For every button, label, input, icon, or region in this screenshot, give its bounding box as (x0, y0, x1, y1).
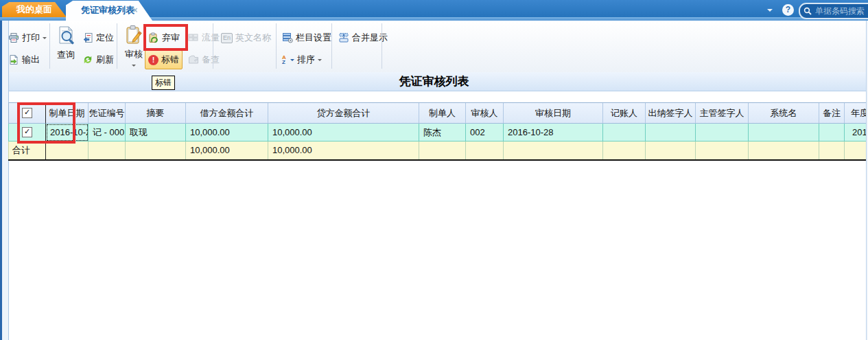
cell-bookkeeper[interactable] (603, 124, 646, 141)
sort-button[interactable]: AZ 排序 (279, 51, 325, 69)
sort-icon: AZ (282, 55, 289, 65)
print-label: 打印 (22, 32, 40, 44)
close-icon[interactable]: × (131, 6, 139, 14)
header-cell-remark: 备注 (819, 103, 845, 124)
voucher-table: 制单日期 凭证编号 摘要 借方金额合计 贷方金额合计 制单人 审核人 审核日期 … (8, 102, 868, 161)
select-all-checkbox[interactable] (22, 108, 32, 118)
total-empty-cell (819, 141, 845, 159)
error-icon: ! (148, 55, 159, 65)
merge-display-label: 合并显示 (352, 32, 388, 44)
flow-button: 流量 (185, 29, 222, 47)
locate-icon (82, 32, 93, 43)
header-cell-audit-date: 审核日期 (504, 103, 603, 124)
header-cell-auditor: 审核人 (466, 103, 504, 124)
header-cell-credit-total: 贷方金额合计 (268, 103, 419, 124)
unaudit-icon (148, 32, 159, 43)
en-icon: En (221, 33, 233, 43)
column-settings-button[interactable]: 栏目设置 (279, 29, 334, 47)
export-label: 输出 (22, 54, 40, 66)
mark-error-label: 标错 (161, 54, 179, 66)
cell-remark[interactable] (819, 124, 845, 141)
merge-display-icon (338, 32, 349, 43)
total-empty-cell (126, 141, 186, 159)
cell-system-name[interactable] (749, 124, 819, 141)
unaudit-label: 弃审 (162, 32, 180, 44)
header-cell-system-name: 系统名 (749, 103, 819, 124)
toolbar-separator (331, 23, 332, 69)
reference-button: 备查 (185, 51, 222, 69)
cell-year[interactable]: 2016 (845, 124, 868, 141)
top-tab-bar: 我的桌面 凭证审核列表 × ? (0, 0, 868, 21)
toolbar-separator (49, 23, 50, 69)
total-empty-cell (89, 141, 126, 159)
tab-voucher-audit-list[interactable]: 凭证审核列表 × (66, 1, 152, 21)
total-empty-cell (46, 141, 89, 159)
flow-icon (188, 32, 199, 43)
print-dropdown-caret[interactable] (43, 37, 47, 41)
header-select-all-cell (9, 103, 46, 124)
refresh-button[interactable]: 刷新 (80, 51, 117, 69)
sort-dropdown-caret[interactable] (318, 59, 322, 63)
export-button[interactable]: 输出 (5, 51, 43, 69)
row-select-cell (9, 124, 46, 141)
english-name-button: En 英文名称 (218, 29, 274, 47)
total-empty-cell (845, 141, 868, 159)
cell-creator[interactable]: 陈杰 (419, 124, 466, 141)
flow-label: 流量 (202, 32, 220, 44)
cell-manager-sign[interactable] (696, 124, 749, 141)
audit-label: 审核 (120, 48, 148, 60)
toolbar-separator (117, 23, 117, 69)
barcode-search-box[interactable] (799, 3, 868, 19)
cell-audit-date[interactable]: 2016-10-28 (504, 124, 603, 141)
total-credit-cell: 10,000.00 (268, 141, 419, 159)
reference-icon (188, 54, 199, 65)
cell-summary[interactable]: 取现 (126, 124, 186, 141)
total-empty-cell (749, 141, 819, 159)
left-window-frame (0, 21, 9, 340)
total-label-cell: 合计 (9, 141, 46, 159)
export-icon (8, 54, 19, 65)
toolbar-separator (213, 23, 213, 69)
toolbar: 打印 输出 查询 定位 (0, 21, 868, 73)
total-empty-cell (504, 141, 603, 159)
english-name-label: 英文名称 (235, 32, 271, 44)
locate-button[interactable]: 定位 (80, 29, 117, 47)
locate-label: 定位 (96, 32, 114, 44)
total-debit-cell: 10,000.00 (186, 141, 268, 159)
cell-credit[interactable]: 10,000.00 (268, 124, 419, 141)
row-checkbox[interactable] (22, 127, 32, 137)
print-button[interactable]: 打印 (5, 29, 49, 47)
unaudit-button[interactable]: 弃审 (145, 29, 183, 47)
toolbar-separator (276, 23, 277, 69)
header-cell-manager-sign: 主管签字人 (696, 103, 749, 124)
search-input[interactable] (814, 5, 866, 16)
column-settings-icon (282, 32, 293, 43)
chevron-down-icon[interactable] (767, 9, 773, 14)
header-cell-bookkeeper: 记账人 (603, 103, 646, 124)
toolbar-separator (382, 23, 382, 69)
help-icon[interactable]: ? (782, 4, 794, 16)
cell-date[interactable]: 2016-10-28 (46, 124, 89, 141)
cell-auditor[interactable]: 002 (466, 124, 504, 141)
header-cell-voucher-no: 凭证编号 (89, 103, 126, 124)
audit-button[interactable]: 审核 (120, 25, 148, 71)
page-title: 凭证审核列表 (0, 72, 868, 91)
cell-debit[interactable]: 10,000.00 (186, 124, 268, 141)
column-settings-label: 栏目设置 (296, 32, 331, 44)
total-empty-cell (603, 141, 646, 159)
tab-my-desktop[interactable]: 我的桌面 (2, 2, 67, 17)
cell-voucher-no[interactable]: 记 - 0001 (89, 124, 126, 141)
table-row: 2016-10-28 记 - 0001 取现 10,000.00 10,000.… (8, 124, 868, 141)
mark-error-tooltip: 标错 (152, 76, 175, 90)
audit-dropdown-caret[interactable] (132, 65, 136, 69)
query-button[interactable]: 查询 (52, 25, 80, 61)
tab-label: 凭证审核列表 (81, 5, 134, 15)
header-cell-cashier-sign: 出纳签字人 (646, 103, 696, 124)
query-label: 查询 (52, 49, 80, 61)
merge-display-button[interactable]: 合并显示 (336, 29, 390, 47)
header-cell-debit-total: 借方金额合计 (186, 103, 268, 124)
mark-error-button[interactable]: ! 标错 (145, 50, 183, 69)
cell-cashier-sign[interactable] (646, 124, 696, 141)
table-header-row: 制单日期 凭证编号 摘要 借方金额合计 贷方金额合计 制单人 审核人 审核日期 … (8, 102, 868, 124)
table-total-row: 合计 10,000.00 10,000.00 (8, 141, 868, 159)
